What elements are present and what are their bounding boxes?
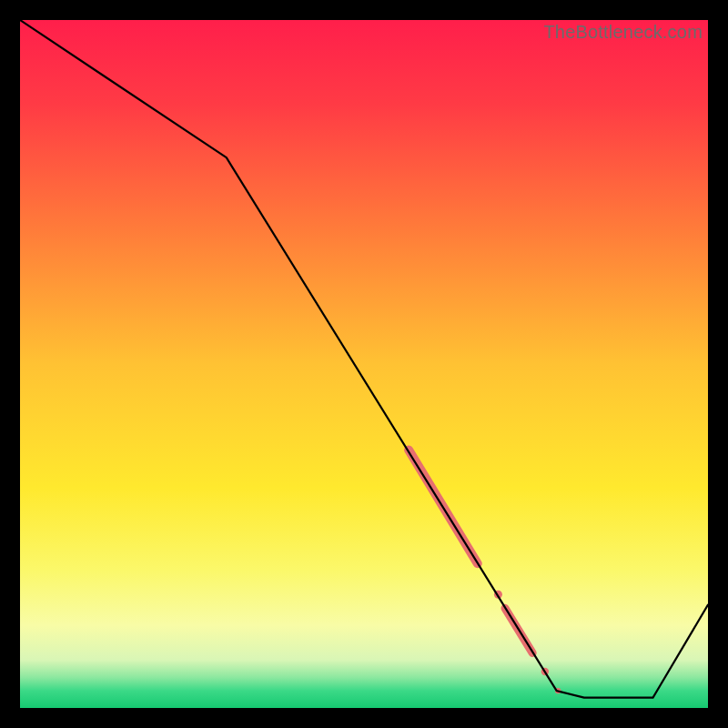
chart-svg: [20, 20, 708, 708]
watermark-text: TheBottleneck.com: [543, 22, 703, 43]
chart-background: [20, 20, 708, 708]
chart-frame: TheBottleneck.com: [20, 20, 708, 708]
